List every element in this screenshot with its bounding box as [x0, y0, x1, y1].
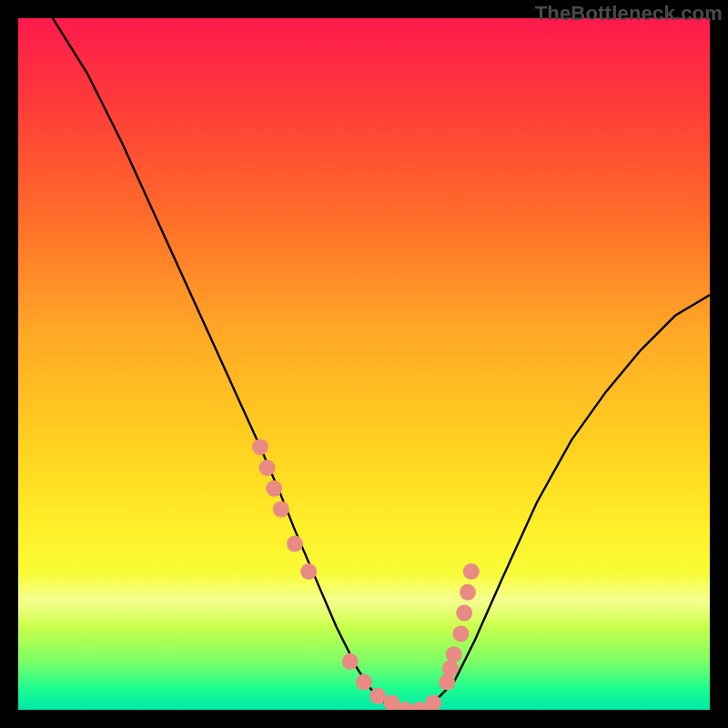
plot-area [18, 18, 710, 710]
chart-frame: TheBottleneck.com [0, 0, 728, 728]
